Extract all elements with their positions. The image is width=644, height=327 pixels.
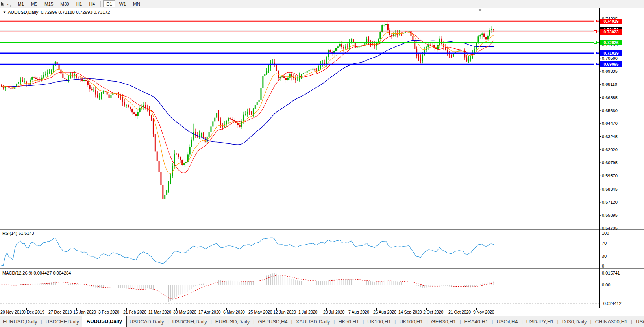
rsi-line — [2, 238, 494, 265]
svg-text:0.59570: 0.59570 — [602, 173, 618, 178]
symbol-tab-AUDUSD-Daily[interactable]: AUDUSD,Daily — [82, 316, 127, 327]
x-axis-date-label: 21 Oct 2020 — [448, 310, 471, 314]
svg-text:0.62020: 0.62020 — [602, 147, 618, 152]
svg-text:0.63245: 0.63245 — [602, 134, 618, 139]
svg-text:0.69335: 0.69335 — [602, 69, 618, 74]
timeframe-button-H1[interactable]: H1 — [73, 0, 85, 7]
tab-separator: | — [167, 319, 169, 324]
x-axis-date-label: 27 Dec 2019 — [48, 310, 72, 314]
candlestick-series — [1, 20, 494, 223]
svg-text:100: 100 — [602, 231, 609, 236]
svg-text:0.68110: 0.68110 — [602, 82, 617, 87]
svg-text:0.66885: 0.66885 — [602, 95, 618, 100]
symbol-tab-USOil-H4[interactable]: USOil,H4 — [494, 316, 520, 327]
tab-separator: | — [590, 319, 592, 324]
symbol-tab-USDJPY-H1[interactable]: USDJPY,H1 — [524, 316, 557, 327]
svg-text:0.00: 0.00 — [602, 282, 610, 287]
x-axis-date-label: 15 Jan 2020 — [73, 310, 96, 314]
svg-text:0.65660: 0.65660 — [602, 108, 618, 113]
symbol-tab-USDCHF-Daily[interactable]: USDCHF,Daily — [43, 316, 82, 327]
symbol-tab-bar: EURUSD,Daily|USDCHF,DailyAUDUSD,DailyUSD… — [0, 316, 644, 327]
x-axis-date-label: 17 Apr 2020 — [198, 310, 221, 314]
svg-text:0.54705: 0.54705 — [602, 226, 618, 230]
timeframe-button-M5[interactable]: M5 — [28, 0, 41, 7]
chart-plot-area: 0.742350.717850.705600.693350.681100.668… — [0, 8, 644, 316]
price-line-tag-0.73023[interactable]: 0.73023 — [600, 29, 622, 35]
symbol-tab-HK50-H1[interactable]: HK50,H1 — [335, 316, 362, 327]
symbol-tab-EURUSD-Daily[interactable]: EURUSD,Daily — [0, 316, 40, 327]
svg-text:70: 70 — [602, 241, 607, 245]
macd-signal-line — [2, 275, 494, 299]
tab-separator: | — [459, 319, 461, 324]
chart-collapse-icon[interactable]: ▼ — [3, 11, 6, 14]
price-line-tag-0.74019[interactable]: 0.74019 — [600, 19, 622, 24]
svg-text:0: 0 — [602, 264, 604, 268]
symbol-tab-CHINA300-H1[interactable]: CHINA300,H1 — [592, 316, 630, 327]
svg-text:0.015741: 0.015741 — [602, 271, 620, 275]
tab-separator: | — [491, 319, 494, 324]
price-line-tag-0.69995[interactable]: 0.69995 — [600, 61, 622, 67]
x-axis-date-label: 26 Aug 2020 — [373, 310, 396, 314]
x-axis-date-label: 20 Jul 2020 — [323, 310, 344, 314]
chart-shift-marker[interactable] — [478, 9, 482, 11]
x-axis-date-row: 20 Nov 20199 Dec 201927 Dec 201915 Jan 2… — [0, 308, 644, 316]
tab-separator: | — [557, 319, 559, 324]
timeframe-button-M30[interactable]: M30 — [57, 0, 72, 7]
tab-separator: | — [252, 319, 255, 324]
chart-symbol-label: AUDUSD,Daily — [8, 10, 38, 15]
x-axis-date-label: 14 Sep 2020 — [398, 310, 422, 314]
price-line-tag-0.71029-anchor[interactable] — [594, 52, 597, 54]
toolbar-grip-handle[interactable] — [10, 2, 11, 7]
symbol-tab-GBPUSD-H4[interactable]: GBPUSD,H4 — [255, 316, 290, 327]
x-axis-date-label: 7 Aug 2020 — [348, 310, 369, 314]
timeframe-button-W1[interactable]: W1 — [116, 0, 129, 7]
svg-text:0.58345: 0.58345 — [602, 187, 618, 191]
x-axis-date-label: 6 May 2020 — [223, 310, 245, 314]
x-axis-date-label: 21 Feb 2020 — [123, 310, 146, 314]
tab-separator: | — [291, 319, 293, 324]
tool-dropdown-caret-icon[interactable]: ▾ — [7, 2, 9, 6]
timeframe-toolbar: ▾ M1M5M15M30H1H4D1W1MN — [0, 0, 644, 8]
x-axis-date-label: 1 Jul 2020 — [298, 310, 317, 314]
svg-text:0.64470: 0.64470 — [602, 121, 618, 126]
timeframe-button-D1[interactable]: D1 — [103, 0, 115, 7]
price-line-tag-0.73023-anchor[interactable] — [594, 30, 597, 33]
symbol-tab-UK100-H1[interactable]: UK100,H1 — [365, 316, 394, 327]
svg-text:30: 30 — [602, 254, 607, 258]
x-axis-date-label: 25 May 2020 — [248, 310, 272, 314]
symbol-tab-GER30-H1[interactable]: GER30,H1 — [429, 316, 459, 327]
tab-separator: | — [40, 319, 43, 324]
timeframe-button-M15[interactable]: M15 — [41, 0, 56, 7]
x-axis-date-label: 9 Dec 2019 — [23, 310, 44, 314]
price-line-tag-0.72026[interactable]: 0.72026 — [600, 40, 622, 45]
chart-title: ▼AUDUSD,Daily 0.72996 0.73188 0.72993 0.… — [3, 10, 110, 15]
timeframe-button-MN[interactable]: MN — [130, 0, 143, 7]
symbol-tab-UK100-H1[interactable]: UK100,H1 — [396, 316, 426, 327]
symbol-tab-DJ30-Daily[interactable]: DJ30,Daily — [559, 316, 590, 327]
price-line-tag-0.71029[interactable]: 0.71029 — [600, 50, 622, 56]
symbol-tab-USDCAD-Daily[interactable]: USDCAD,Daily — [127, 316, 167, 327]
chart-ohlc-values: 0.72996 0.73188 0.72993 0.73172 — [41, 10, 110, 15]
symbol-tab-XAUUSD-Daily[interactable]: XAUUSD,Daily — [293, 316, 333, 327]
ma-line-sma45 — [2, 40, 494, 145]
svg-text:0.60795: 0.60795 — [602, 160, 618, 165]
x-axis-date-label: 20 Nov 2019 — [0, 310, 24, 314]
svg-text:0.55895: 0.55895 — [602, 213, 618, 217]
symbol-tab-FRA40-H1[interactable]: FRA40,H1 — [462, 316, 491, 327]
price-line-tag-0.72026-anchor[interactable] — [594, 41, 597, 44]
toolbar-separator — [100, 1, 101, 7]
price-line-tag-0.69995-anchor[interactable] — [594, 63, 597, 65]
svg-text:-0.024412: -0.024412 — [602, 301, 622, 306]
timeframe-button-H4[interactable]: H4 — [86, 0, 98, 7]
rsi-panel: 10070300 — [0, 231, 609, 268]
cursor-tool-icon[interactable] — [0, 1, 6, 7]
symbol-tab-EURUSD-Daily[interactable]: EURUSD,Daily — [213, 316, 252, 327]
x-axis-date-label: 3 Feb 2020 — [98, 310, 119, 314]
timeframe-button-M1[interactable]: M1 — [15, 0, 27, 7]
tab-separator: | — [210, 319, 213, 324]
rsi-indicator-label: RSI(14) 61.5143 — [2, 231, 34, 236]
macd-indicator-label: MACD(12,26,9) 0.004427 0.004284 — [2, 271, 71, 275]
price-line-tag-0.74019-anchor[interactable] — [594, 20, 597, 22]
symbol-tab-USOil-H1[interactable]: USOil,H1 — [633, 316, 644, 327]
symbol-tab-USDCNH-Daily[interactable]: USDCNH,Daily — [170, 316, 210, 327]
